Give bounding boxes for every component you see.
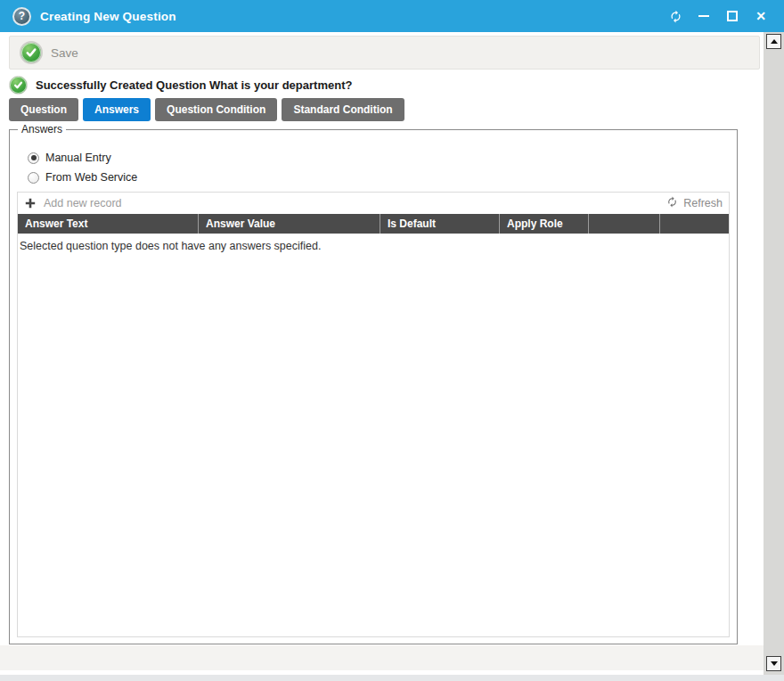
radio-selected-icon bbox=[28, 152, 39, 164]
grid-header: Answer Text Answer Value Is Default Appl… bbox=[18, 214, 729, 234]
scroll-down-button[interactable] bbox=[766, 656, 781, 671]
titlebar: ? Creating New Question ✕ bbox=[0, 0, 784, 32]
dialog-window: ? Creating New Question ✕ Save Succe bbox=[0, 0, 784, 681]
add-new-record-label: Add new record bbox=[44, 197, 122, 209]
tab-question-condition[interactable]: Question Condition bbox=[155, 98, 277, 121]
column-header-is-default[interactable]: Is Default bbox=[380, 214, 499, 234]
save-check-icon bbox=[20, 41, 43, 64]
triangle-down-icon bbox=[771, 661, 778, 666]
tab-answers[interactable]: Answers bbox=[83, 98, 151, 121]
help-icon[interactable]: ? bbox=[12, 7, 31, 26]
radio-label: Manual Entry bbox=[45, 152, 111, 164]
column-header-answer-value[interactable]: Answer Value bbox=[198, 214, 380, 234]
answers-panel: Answers Manual Entry From Web Service Ad… bbox=[9, 129, 738, 644]
radio-manual-entry[interactable]: Manual Entry bbox=[28, 151, 111, 165]
radio-label: From Web Service bbox=[45, 171, 137, 184]
command-toolbar: Save bbox=[9, 36, 760, 70]
window-controls: ✕ bbox=[661, 4, 784, 28]
content-area: Save Successfully Created Question What … bbox=[0, 32, 764, 675]
window-bottom-edge bbox=[0, 675, 784, 681]
status-row: Successfully Created Question What is yo… bbox=[9, 76, 352, 94]
radio-from-web-service[interactable]: From Web Service bbox=[28, 170, 137, 185]
tab-standard-condition[interactable]: Standard Condition bbox=[282, 98, 404, 121]
save-label: Save bbox=[51, 46, 78, 60]
column-header-empty-2[interactable] bbox=[659, 214, 729, 234]
refresh-label: Refresh bbox=[683, 197, 723, 209]
answers-panel-legend: Answers bbox=[18, 123, 66, 135]
minimize-icon[interactable] bbox=[690, 4, 718, 28]
tab-question[interactable]: Question bbox=[9, 98, 78, 121]
plus-icon bbox=[25, 198, 36, 209]
add-new-record-button[interactable]: Add new record bbox=[25, 197, 122, 209]
answers-grid: Add new record Refresh Answer Text Answe… bbox=[17, 192, 730, 637]
success-check-icon bbox=[9, 76, 28, 94]
window-title: Creating New Question bbox=[40, 10, 176, 23]
grid-toolbar: Add new record Refresh bbox=[18, 193, 729, 214]
window-refresh-icon[interactable] bbox=[661, 4, 690, 28]
vertical-scrollbar[interactable] bbox=[764, 32, 784, 675]
scroll-up-button[interactable] bbox=[766, 34, 781, 49]
tab-strip: Question Answers Question Condition Stan… bbox=[9, 98, 404, 121]
refresh-icon bbox=[666, 196, 678, 210]
column-header-apply-role[interactable]: Apply Role bbox=[499, 214, 588, 234]
content-footer-area bbox=[0, 645, 764, 670]
maximize-icon[interactable] bbox=[718, 4, 747, 28]
triangle-up-icon bbox=[771, 39, 778, 44]
save-button[interactable]: Save bbox=[17, 38, 87, 67]
column-header-empty-1[interactable] bbox=[588, 214, 659, 234]
status-message: Successfully Created Question What is yo… bbox=[36, 78, 352, 92]
column-header-answer-text[interactable]: Answer Text bbox=[18, 214, 198, 234]
grid-empty-message: Selected question type does not have any… bbox=[18, 234, 729, 252]
close-icon[interactable]: ✕ bbox=[747, 4, 775, 28]
radio-unselected-icon bbox=[28, 172, 39, 184]
refresh-button[interactable]: Refresh bbox=[666, 196, 723, 210]
